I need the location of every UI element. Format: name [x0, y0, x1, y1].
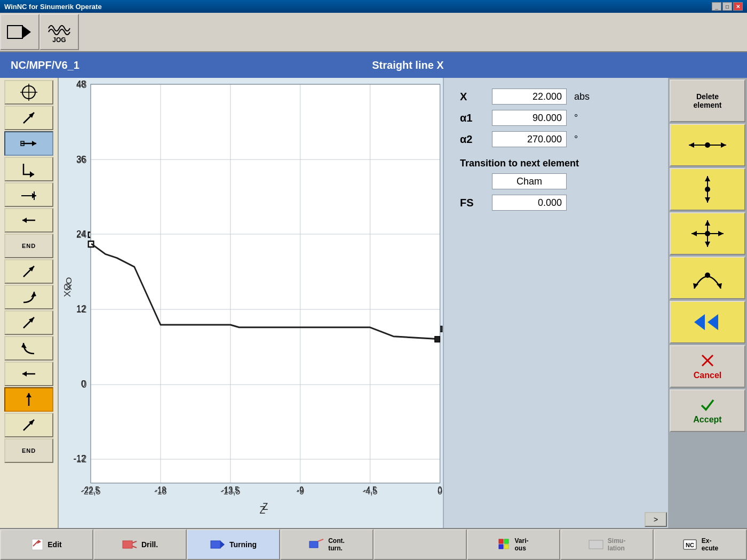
svg-text:-13,5: -13,5	[222, 485, 239, 494]
bottom-empty-button	[374, 529, 467, 560]
bottom-contturn-button[interactable]: Cont.turn.	[280, 529, 374, 560]
bottom-edit-button[interactable]: Edit	[0, 529, 93, 560]
fs-row: FS 0.000	[460, 195, 652, 211]
sidebar-btn-diagonal-up[interactable]	[4, 106, 53, 130]
drawing-area: 48 36 24 12 0 -12 -22,5 -18 -13,5 -9 -4,…	[59, 78, 444, 528]
sidebar-btn-horizontal[interactable]	[4, 131, 53, 156]
svg-rect-125	[499, 545, 503, 549]
a2-label: α2	[460, 133, 487, 146]
toolbar-btn-jog[interactable]: JOG	[39, 14, 79, 50]
bottom-execute-button[interactable]: NC Ex-ecute	[654, 529, 747, 560]
execute-label: Ex-ecute	[702, 537, 718, 552]
svg-rect-113	[32, 539, 43, 550]
svg-text:-12: -12	[74, 453, 85, 463]
sidebar-btn-crosshair[interactable]	[4, 80, 53, 105]
svg-marker-110	[708, 314, 718, 330]
sidebar-btn-lshape[interactable]	[4, 157, 53, 181]
left-sidebar: END	[0, 78, 59, 528]
svg-text:48: 48	[76, 78, 85, 89]
sidebar-btn-leftarrow[interactable]	[4, 208, 53, 233]
svg-marker-92	[721, 142, 726, 148]
cham-box[interactable]: Cham	[492, 173, 567, 189]
svg-rect-119	[211, 541, 220, 548]
x-unit: abs	[574, 91, 590, 102]
vertical-constraint-button[interactable]	[670, 168, 745, 211]
minimize-button[interactable]: _	[712, 2, 721, 11]
titlebar: WinNC for Sinumerik Operate _ □ ✕	[0, 0, 747, 13]
svg-text:12: 12	[76, 303, 85, 314]
a1-value[interactable]: 90.000	[492, 110, 567, 126]
svg-rect-124	[504, 539, 508, 543]
accept-label: Accept	[693, 415, 721, 425]
toolbar: JOG	[0, 13, 747, 52]
x-row: X 22.000 abs	[460, 89, 652, 105]
accept-button[interactable]: Accept	[670, 389, 745, 432]
sidebar-btn-leftarrow2[interactable]	[4, 362, 53, 386]
contturn-label: Cont.turn.	[328, 537, 345, 552]
svg-rect-0	[7, 26, 22, 38]
svg-rect-123	[499, 539, 503, 543]
delete-element-button[interactable]: Deleteelement	[670, 79, 745, 122]
svg-line-118	[132, 546, 137, 548]
drill-label: Drill.	[141, 540, 158, 549]
a1-row: α1 90.000 °	[460, 110, 652, 126]
svg-text:-18: -18	[155, 485, 166, 494]
svg-point-94	[705, 142, 710, 148]
bottom-simulation-button[interactable]: Simu-lation	[560, 529, 654, 560]
transition-title: Transition to next element	[460, 158, 652, 169]
fs-label: FS	[460, 197, 487, 209]
bottom-drill-button[interactable]: Drill.	[93, 529, 187, 560]
sidebar-btn-arc-left[interactable]	[4, 336, 53, 361]
fs-value[interactable]: 0.000	[492, 195, 567, 211]
arc-constraint-button[interactable]	[670, 257, 745, 299]
header-right-title: Straight line X	[80, 59, 736, 71]
maximize-button[interactable]: □	[722, 2, 732, 11]
svg-marker-25	[26, 393, 31, 397]
sidebar-btn-end-2: END	[4, 438, 53, 463]
svg-text:NC: NC	[686, 542, 694, 548]
a2-unit: °	[574, 134, 578, 145]
svg-rect-126	[504, 545, 508, 549]
sidebar-btn-htick[interactable]	[4, 182, 53, 207]
all-direction-button[interactable]	[670, 212, 745, 255]
main-content: END	[0, 78, 747, 528]
svg-marker-93	[689, 142, 694, 148]
info-panel: X 22.000 abs α1 90.000 ° α2 270.000 ° Tr…	[444, 78, 668, 528]
toolbar-btn-shape[interactable]	[0, 14, 39, 50]
scroll-right-button[interactable]: >	[645, 512, 667, 527]
sidebar-btn-diag3[interactable]	[4, 310, 53, 335]
titlebar-title: WinNC for Sinumerik Operate	[4, 3, 102, 11]
end-label-1: END	[22, 243, 36, 249]
svg-marker-8	[32, 141, 36, 146]
cancel-button[interactable]: Cancel	[670, 345, 745, 388]
svg-marker-109	[694, 314, 705, 330]
sidebar-btn-diag2[interactable]	[4, 259, 53, 284]
edit-label: Edit	[47, 540, 61, 549]
svg-marker-10	[30, 171, 34, 178]
svg-marker-1	[22, 26, 31, 38]
titlebar-controls: _ □ ✕	[712, 2, 743, 11]
forward-button[interactable]	[670, 301, 745, 343]
a2-value[interactable]: 270.000	[492, 131, 567, 147]
svg-marker-15	[22, 218, 27, 223]
svg-marker-97	[705, 197, 710, 203]
close-button[interactable]: ✕	[733, 2, 743, 11]
horizontal-constraint-button[interactable]	[670, 124, 745, 166]
jog-label: JOG	[52, 36, 66, 44]
x-value[interactable]: 22.000	[492, 89, 567, 105]
svg-marker-103	[705, 242, 710, 247]
header-left-title: NC/MPF/V6_1	[11, 59, 80, 71]
svg-text:-9: -9	[297, 485, 304, 494]
svg-rect-121	[309, 541, 318, 548]
svg-rect-61	[91, 84, 440, 483]
svg-point-98	[705, 187, 710, 192]
bottom-turning-button[interactable]: Turning	[187, 529, 280, 560]
svg-marker-96	[705, 176, 710, 181]
sidebar-btn-arc-right[interactable]	[4, 285, 53, 309]
bottom-various-button[interactable]: Vari-ous	[467, 529, 560, 560]
profile-svg: 48 36 24 12 0 -12 -22,5 -18 -13,5 -9 -4,…	[59, 78, 443, 528]
sidebar-btn-up-active[interactable]	[4, 387, 53, 412]
sidebar-btn-diag4[interactable]	[4, 413, 53, 437]
end-label-2: END	[22, 447, 36, 454]
svg-marker-104	[692, 231, 697, 236]
